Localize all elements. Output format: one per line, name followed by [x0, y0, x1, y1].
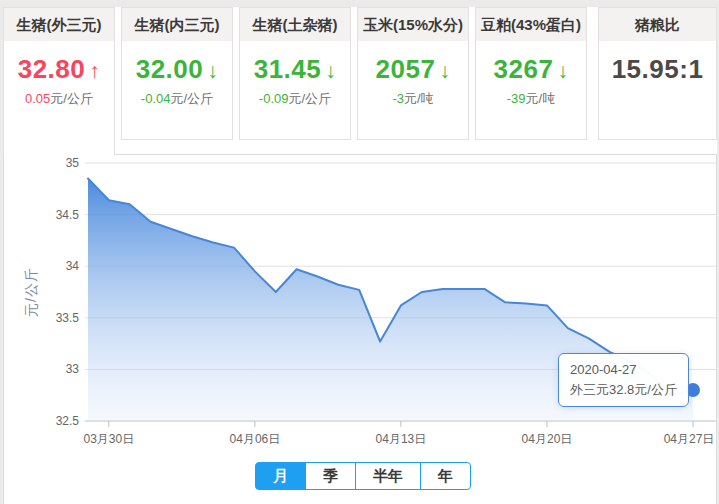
- card-change: -0.04元/公斤: [122, 90, 232, 108]
- change-value: -3: [392, 91, 404, 106]
- card-value: 31.45↓: [240, 54, 350, 85]
- down-arrow-icon: ↓: [439, 59, 450, 82]
- change-unit: 元/公斤: [289, 91, 332, 106]
- up-arrow-icon: ↑: [89, 59, 100, 82]
- card-value: 32.00↓: [122, 54, 232, 85]
- value-text: 31.45: [254, 54, 322, 84]
- tab-half-year[interactable]: 半年: [355, 462, 421, 490]
- card-change: -3元/吨: [358, 90, 468, 108]
- change-value: -0.09: [259, 91, 289, 106]
- value-text: 32.00: [136, 54, 204, 84]
- change-unit: 元/吨: [526, 91, 556, 106]
- chart-panel: [3, 154, 717, 504]
- page-frame: [0, 0, 3, 504]
- card-title: 豆粕(43%蛋白): [476, 8, 586, 41]
- card-value: 3267↓: [476, 54, 586, 85]
- price-card-tuzazhu[interactable]: 生猪(土杂猪) 31.45↓ -0.09元/公斤: [239, 7, 351, 140]
- card-value: 32.80↑: [4, 54, 114, 85]
- page-frame: [0, 0, 719, 7]
- price-card-soybean-meal[interactable]: 豆粕(43%蛋白) 3267↓ -39元/吨: [475, 7, 587, 140]
- card-value: 2057↓: [358, 54, 468, 85]
- down-arrow-icon: ↓: [325, 59, 336, 82]
- change-value: -0.04: [141, 91, 171, 106]
- tab-quarter[interactable]: 季: [305, 462, 356, 490]
- card-title: 生猪(外三元): [4, 8, 114, 41]
- tooltip-value: 外三元32.8元/公斤: [570, 380, 677, 400]
- tab-month[interactable]: 月: [255, 462, 306, 490]
- tab-year[interactable]: 年: [420, 462, 471, 490]
- value-text: 32.80: [18, 54, 86, 84]
- card-title: 玉米(15%水分): [358, 8, 468, 41]
- value-text: 15.95:1: [612, 54, 704, 84]
- card-title: 猪粮比: [599, 8, 716, 41]
- change-unit: 元/吨: [404, 91, 434, 106]
- chart-tooltip: 2020-04-27 外三元32.8元/公斤: [558, 353, 689, 407]
- price-card-corn[interactable]: 玉米(15%水分) 2057↓ -3元/吨: [357, 7, 469, 140]
- card-title: 生猪(内三元): [122, 8, 232, 41]
- down-arrow-icon: ↓: [207, 59, 218, 82]
- card-change: -39元/吨: [476, 90, 586, 108]
- price-card-waisanyuan[interactable]: 生猪(外三元) 32.80↑ 0.05元/公斤: [3, 7, 115, 155]
- price-card-neisanyuan[interactable]: 生猪(内三元) 32.00↓ -0.04元/公斤: [121, 7, 233, 140]
- down-arrow-icon: ↓: [557, 59, 568, 82]
- card-change: -0.09元/公斤: [240, 90, 350, 108]
- card-change: 0.05元/公斤: [4, 90, 114, 108]
- value-text: 2057: [376, 54, 436, 84]
- tooltip-date: 2020-04-27: [570, 360, 677, 380]
- period-tabs: 月 季 半年 年: [255, 462, 471, 490]
- card-value: 15.95:1: [599, 54, 716, 85]
- price-card-hog-grain-ratio[interactable]: 猪粮比 15.95:1: [598, 7, 717, 140]
- change-value: 0.05: [25, 91, 50, 106]
- value-text: 3267: [494, 54, 554, 84]
- change-value: -39: [507, 91, 526, 106]
- card-title: 生猪(土杂猪): [240, 8, 350, 41]
- change-unit: 元/公斤: [50, 91, 93, 106]
- change-unit: 元/公斤: [171, 91, 214, 106]
